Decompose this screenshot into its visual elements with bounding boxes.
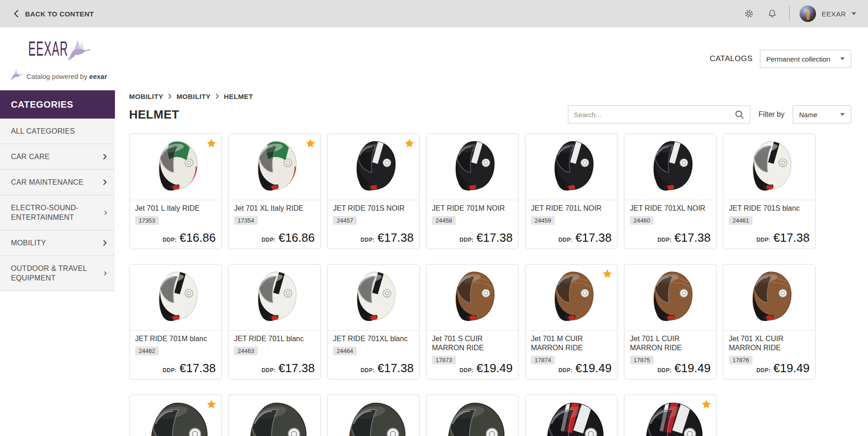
gear-icon [743,8,754,19]
product-price: DDP: €16.86 [262,231,315,245]
product-info: JET RIDE 701S blanc 24461 DDP: €17.38 [723,200,815,228]
product-image [130,395,221,436]
helmet-photo [542,265,601,327]
product-image [723,134,815,200]
price-amount: €17.38 [377,361,414,375]
product-card[interactable]: JET RIDE 701M blanc 24462 DDP: €17.38 [129,264,222,379]
price-prefix: DDP: [163,367,177,374]
search-box [568,105,750,124]
product-name: JET RIDE 701L blanc [234,334,315,343]
product-image [130,134,221,200]
sidebar-item-electro-sound-entertainment[interactable]: ELECTRO-SOUND-ENTERTAINMENT [0,195,115,230]
product-image [130,265,221,331]
price-amount: €17.38 [674,231,711,245]
breadcrumb: MOBILITYMOBILITYHELMET [129,92,851,100]
price-amount: €17.38 [476,231,513,245]
product-card[interactable] [327,394,420,436]
price-prefix: DDP: [559,367,573,374]
avatar [800,5,816,22]
product-card[interactable] [624,394,717,436]
price-amount: €19.49 [773,361,810,375]
chevron-right-icon [103,179,107,185]
breadcrumb-item[interactable]: MOBILITY [177,93,211,100]
product-card[interactable] [129,394,222,436]
product-name: Jet 701 L CUIR MARRON RIDE [630,334,711,353]
search-icon[interactable] [734,109,744,119]
sidebar-item-outdoor-travel-equipment[interactable]: OUTDOOR & TRAVEL EQUIPMENT [0,256,115,291]
top-bar: BACK TO CONTENT EEXAR [0,0,868,27]
product-card[interactable]: JET RIDE 701S blanc 24461 DDP: €17.38 [723,134,816,249]
product-info: Jet 701 M CUIR MARRON RIDE 17874 DDP: €1… [525,331,617,368]
user-menu[interactable]: EEXAR [800,5,856,22]
product-sku-badge: 24459 [531,216,555,225]
product-price: DDP: €17.38 [163,361,216,375]
helmet-photo [443,134,502,196]
back-to-content-label: BACK TO CONTENT [25,10,94,18]
product-card[interactable]: JET RIDE 701M NOIR 24458 DDP: €17.38 [426,134,519,249]
product-card[interactable]: JET RIDE 701XL blanc 24464 DDP: €17.38 [327,264,420,379]
product-price: DDP: €17.38 [658,231,711,245]
hummingbird-small-icon [9,68,23,80]
product-card[interactable]: JET RIDE 701S NOIR 24457 DDP: €17.38 [327,134,420,249]
caret-down-icon [840,113,845,116]
helmet-photo [641,134,700,196]
product-info: JET RIDE 701M blanc 24462 DDP: €17.38 [130,331,221,359]
sidebar-item-mobility[interactable]: MOBILITY [0,230,115,256]
price-prefix: DDP: [658,367,672,374]
brand-block: EEXAR Catalog powered by eexar [9,38,107,80]
price-amount: €17.38 [575,231,612,245]
product-grid: Jet 701 L Italy RIDE 17353 DDP: €16.86 J… [129,134,851,436]
helmet-photo [443,265,502,327]
toolbar-row: HELMET Filter by Name [129,105,851,124]
product-card[interactable]: Jet 701 XL Italy RIDE 17354 DDP: €16.86 [228,134,321,249]
topbar-divider [789,6,790,21]
product-card[interactable]: Jet 701 XL CUIR MARRON RIDE 17876 DDP: €… [723,264,816,379]
price-amount: €19.49 [575,361,612,375]
product-price: DDP: €17.38 [559,231,612,245]
sidebar-item-all-categories[interactable]: ALL CATEGORIES [0,119,115,144]
product-sku-badge: 17874 [531,356,555,364]
sort-select[interactable]: Name [793,105,851,124]
notifications-button[interactable] [765,6,779,21]
caret-down-icon [852,12,856,15]
product-card[interactable]: JET RIDE 701L NOIR 24459 DDP: €17.38 [525,134,618,249]
product-card[interactable]: JET RIDE 701XL NOIR 24460 DDP: €17.38 [624,134,717,249]
product-sku-badge: 24464 [333,347,357,355]
product-info: JET RIDE 701L blanc 24463 DDP: €17.38 [229,331,320,359]
price-prefix: DDP: [658,237,672,243]
breadcrumb-item[interactable]: MOBILITY [129,93,163,100]
price-amount: €17.38 [377,231,414,245]
price-prefix: DDP: [262,367,276,374]
sidebar-item-car-care[interactable]: CAR CARE [0,144,115,170]
product-card[interactable] [426,394,519,436]
product-card[interactable] [525,394,618,436]
product-sku-badge: 24461 [729,216,753,225]
search-input[interactable] [574,111,734,119]
chevron-right-icon [103,154,107,160]
product-card[interactable] [228,394,321,436]
sidebar-item-label: MOBILITY [11,238,46,248]
product-image [327,134,419,200]
product-card[interactable]: Jet 701 L CUIR MARRON RIDE 17875 DDP: €1… [624,264,717,379]
back-to-content-button[interactable]: BACK TO CONTENT [14,10,94,18]
sort-select-value: Name [799,111,817,119]
page-header: EEXAR Catalog powered by eexar CATALOGS … [0,27,868,90]
product-card[interactable]: JET RIDE 701L blanc 24463 DDP: €17.38 [228,264,321,379]
product-image [229,265,320,331]
product-price: DDP: €19.49 [757,361,810,375]
sidebar-item-car-maintenance[interactable]: CAR MAINTENANCE [0,170,115,195]
helmet-photo [232,395,317,436]
product-card[interactable]: Jet 701 L Italy RIDE 17353 DDP: €16.86 [129,134,222,249]
settings-button[interactable] [742,6,756,21]
product-name: Jet 701 M CUIR MARRON RIDE [531,334,612,353]
product-card[interactable]: Jet 701 S CUIR MARRON RIDE 17873 DDP: €1… [426,264,519,379]
catalog-select[interactable]: Permanent collection [760,50,851,68]
chevron-right-icon [104,270,107,276]
product-name: JET RIDE 701M NOIR [432,204,513,213]
product-card[interactable]: Jet 701 M CUIR MARRON RIDE 17874 DDP: €1… [525,264,618,379]
chevron-right-icon [104,210,107,216]
breadcrumb-item[interactable]: HELMET [224,93,253,100]
product-price: DDP: €17.38 [757,231,810,245]
price-amount: €19.49 [674,361,711,375]
product-image [426,395,518,436]
